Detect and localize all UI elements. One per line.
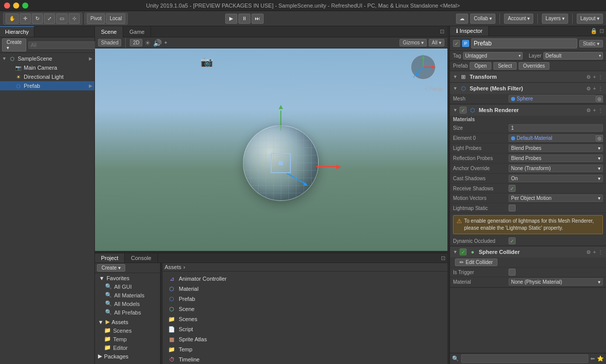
collider-settings-icon[interactable]: ⚙ [586,249,591,255]
size-value[interactable]: 1 [509,124,603,132]
prefab-open-btn[interactable]: Open [470,62,491,70]
rect-tool[interactable]: ▭ [56,14,68,24]
layers-dropdown[interactable]: Layers ▾ [542,14,568,24]
mesh-filter-menu-icon[interactable]: ⋮ [598,86,603,91]
tree-item-light[interactable]: ☀ Directional Light [0,72,94,81]
assets-editor[interactable]: 📁 Editor [95,343,160,352]
persp-label[interactable]: < Persp [425,86,442,92]
layout-dropdown[interactable]: Layout ▾ [577,14,603,24]
scale-tool[interactable]: ⤢ [44,14,55,24]
account-dropdown[interactable]: Account ▾ [504,14,533,24]
shaded-btn[interactable]: Shaded [98,39,121,46]
transform-tool[interactable]: ⊹ [69,14,80,24]
transform-settings-icon[interactable]: ⚙ [586,74,591,80]
transform-header[interactable]: ▼ ⊞ Transform ⚙ + ⋮ [450,71,606,82]
assets-scenes[interactable]: 📁 Scenes [95,326,160,335]
bottom-maximize[interactable]: ⊡ [441,255,445,262]
mesh-filter-add-icon[interactable]: + [593,86,596,91]
inspector-bottom-icon1[interactable]: ⬅ [590,355,595,362]
tree-item-prefab[interactable]: ⬡ Prefab ▶ [0,81,94,90]
inspector-tab[interactable]: ℹ Inspector [450,26,489,36]
asset-item-timeline[interactable]: ⏱ Timeline [165,354,445,364]
hierarchy-create-btn[interactable]: Create ▾ [2,38,26,51]
fav-all-models[interactable]: 🔍 All Models [95,299,160,308]
project-create-btn[interactable]: Create ▾ [97,264,125,272]
mesh-renderer-add-icon[interactable]: + [593,108,596,113]
mesh-renderer-menu-icon[interactable]: ⋮ [598,108,603,113]
asset-item-atlas[interactable]: ▦ Sprite Atlas [165,334,445,344]
audio-btn[interactable]: 🔊 [153,39,162,47]
collider-add-icon[interactable]: + [593,249,596,255]
fav-all-gui[interactable]: 🔍 All GUI [95,282,160,291]
minimize-button[interactable] [13,3,19,9]
mesh-filter-header[interactable]: ▼ ⬡ Sphere (Mesh Filter) ⚙ + ⋮ [450,83,606,94]
hierarchy-search[interactable] [28,41,97,49]
collider-header[interactable]: ▼ ● Sphere Collider ⚙ + ⋮ [450,246,606,257]
move-tool[interactable]: ✛ [20,14,31,24]
edit-collider-btn[interactable]: ✏ Edit Collider [455,258,497,266]
tag-dropdown[interactable]: Untagged ▾ [463,52,523,60]
motion-vectors-value[interactable]: Per Object Motion ▾ [509,194,603,202]
step-button[interactable]: ⏭ [251,14,264,24]
asset-item-temp2[interactable]: 📁 Temp [165,344,445,354]
inspector-bottom-icon2[interactable]: ⭐ [597,355,604,362]
static-dropdown[interactable]: Static ▾ [579,40,603,47]
scene-viewport[interactable]: 📷 ▲ ▶ [95,48,447,251]
fx-btn[interactable]: ✦ [164,40,168,45]
hierarchy-tab[interactable]: Hierarchy [0,26,34,37]
transform-menu-icon[interactable]: ⋮ [598,74,603,80]
packages-header[interactable]: ▶ Packages [95,352,160,360]
dynamic-occluded-check[interactable]: ✓ [509,237,516,244]
mesh-value[interactable]: Sphere [509,95,596,102]
gizmos-btn[interactable]: Gizmos ▾ [399,39,427,46]
asset-item-1[interactable]: ⬡ Material [165,284,445,294]
lights-btn[interactable]: ☀ [144,39,151,47]
game-tab[interactable]: Game [123,26,151,37]
mesh-select-btn[interactable]: ◎ [596,95,603,102]
layer-dropdown[interactable]: Default ▾ [543,52,603,60]
element0-select-btn[interactable]: ◎ [596,135,603,142]
is-trigger-check[interactable] [509,269,516,276]
close-button[interactable] [4,3,10,9]
collab-dropdown[interactable]: Collab ▾ [470,14,495,24]
object-name-input[interactable] [471,38,577,48]
fav-all-materials[interactable]: 🔍 All Materials [95,291,160,299]
scene-sphere[interactable]: ▲ ▶ ▶ [243,125,319,201]
asset-item-script[interactable]: 📄 Script [165,324,445,334]
prefab-select-btn[interactable]: Select [493,62,517,70]
assets-temp[interactable]: 📁 Temp [95,335,160,343]
collider-enable[interactable] [460,248,467,255]
project-tab[interactable]: Project [95,253,125,263]
cast-shadows-value[interactable]: On ▾ [509,175,603,182]
hand-tool[interactable]: ✋ [6,14,19,24]
play-button[interactable]: ▶ [225,14,237,24]
asset-item-0[interactable]: ⊿ Animator Controller [165,274,445,284]
asset-item-scenes[interactable]: 📁 Scenes [165,314,445,324]
lightmap-static-check[interactable] [509,204,516,212]
mesh-renderer-enable[interactable] [460,107,467,114]
object-enable-check[interactable] [453,40,460,47]
asset-item-3[interactable]: ⬡ Scene [165,304,445,314]
inspector-maximize[interactable]: ⊡ [599,28,604,34]
asset-item-2[interactable]: ⬡ Prefab [165,294,445,304]
console-tab[interactable]: Console [125,253,158,263]
anchor-override-value[interactable]: None (Transform) ▾ [509,165,603,172]
pivot-button[interactable]: Pivot [87,14,105,24]
rotate-tool[interactable]: ↻ [32,14,43,24]
fav-all-prefabs[interactable]: 🔍 All Prefabs [95,308,160,317]
receive-shadows-check[interactable]: ✓ [509,185,516,192]
collider-menu-icon[interactable]: ⋮ [598,249,603,255]
maximize-button[interactable] [22,3,28,9]
local-button[interactable]: Local [106,14,125,24]
tree-item-scene[interactable]: ▼ ⬡ SampleScene ▶ [0,54,94,63]
element0-value[interactable]: Default-Material [509,134,596,142]
all-btn[interactable]: All ▾ [429,39,444,46]
mesh-renderer-settings-icon[interactable]: ⚙ [586,108,591,113]
inspector-search-input[interactable] [461,354,588,363]
reflection-probes-value[interactable]: Blend Probes ▾ [509,154,603,162]
inspector-lock-icon[interactable]: 🔒 [590,28,597,34]
2d-btn[interactable]: 2D [130,39,142,46]
favorites-header[interactable]: ▼ Favorites [95,274,160,282]
mesh-filter-settings-icon[interactable]: ⚙ [586,86,591,91]
prefab-overrides-btn[interactable]: Overrides [519,62,549,70]
